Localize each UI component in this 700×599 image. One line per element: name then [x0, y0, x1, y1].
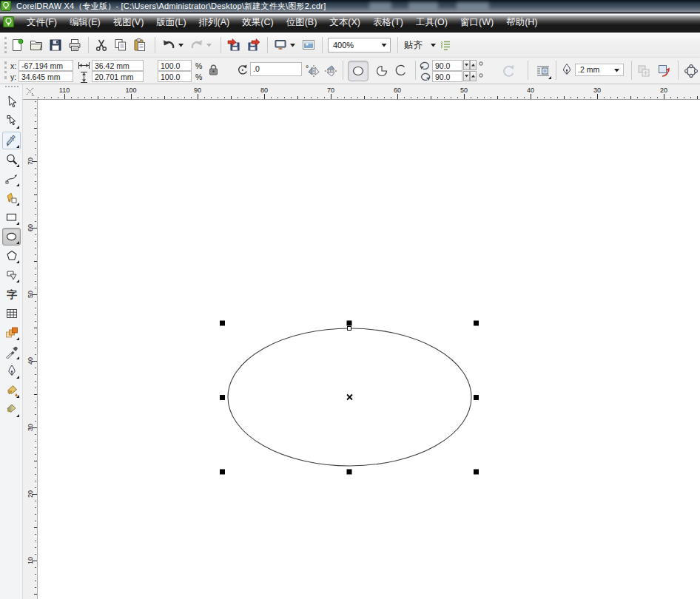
redo-button[interactable] — [188, 36, 206, 54]
export-button[interactable] — [245, 36, 263, 54]
snap-button[interactable]: 贴齐 — [404, 39, 423, 52]
arc-start-spin-up[interactable] — [470, 60, 477, 70]
scale-h-field[interactable]: 100.0 — [158, 60, 192, 71]
arc-end-field[interactable]: 90.0 — [432, 71, 462, 82]
selected-ellipse[interactable] — [38, 100, 700, 599]
table-tool[interactable] — [2, 305, 21, 322]
outline-width-arrow-icon[interactable] — [614, 69, 619, 72]
undo-button[interactable] — [160, 36, 178, 54]
menu-item-5[interactable]: 排列(A) — [199, 16, 230, 29]
selection-handle[interactable] — [474, 321, 479, 326]
application-launcher-dropdown[interactable] — [288, 36, 297, 54]
vertical-ruler[interactable]: 70605040302010 — [23, 100, 38, 599]
canvas[interactable] — [38, 100, 700, 599]
change-direction-button — [500, 63, 518, 81]
arc-end-spin-up[interactable] — [470, 71, 477, 81]
rectangle-tool[interactable] — [2, 209, 21, 226]
eyedropper-tool[interactable] — [2, 343, 21, 361]
selection-handle[interactable] — [347, 470, 352, 475]
fill-tool[interactable] — [2, 382, 21, 399]
zoom-combo-arrow-icon[interactable] — [381, 44, 387, 47]
zoom-level-combo[interactable]: 400% — [328, 38, 391, 53]
freehand-tool[interactable] — [2, 170, 21, 188]
scale-lock-icon[interactable] — [209, 64, 218, 75]
outline-pen-tool[interactable] — [2, 362, 21, 380]
arc-end-spin-down[interactable] — [463, 71, 470, 81]
ruler-origin-corner[interactable] — [23, 84, 38, 100]
mirror-vertical-button[interactable] — [323, 64, 338, 78]
redo-dropdown[interactable] — [204, 36, 213, 54]
shape-tool[interactable] — [2, 112, 21, 130]
toolbar-grip[interactable] — [4, 37, 7, 53]
menu-item-10[interactable]: 工具(O) — [416, 16, 448, 29]
ellipse-mode-button[interactable] — [348, 61, 368, 81]
pie-mode-button[interactable] — [373, 62, 391, 80]
selection-handle[interactable] — [474, 395, 479, 400]
scale-v-field[interactable]: 100.0 — [158, 71, 192, 82]
zoom-tool[interactable] — [2, 151, 21, 169]
menu-item-1[interactable]: 文件(F) — [27, 16, 57, 29]
pick-tool[interactable] — [2, 93, 21, 111]
quick-customize-button[interactable] — [682, 62, 700, 80]
menu-item-7[interactable]: 位图(B) — [286, 16, 317, 29]
arc-start-spin-down[interactable] — [463, 60, 470, 70]
selection-center-marker[interactable] — [347, 395, 352, 400]
selection-handle[interactable] — [220, 395, 225, 400]
interactive-fill-tool[interactable] — [2, 401, 21, 419]
save-button[interactable] — [47, 36, 64, 54]
mirror-horizontal-button[interactable] — [306, 64, 321, 78]
v-ruler-tick — [35, 501, 36, 501]
h-ruler-label: 80 — [260, 87, 268, 94]
zoom-flyout-indicator — [16, 164, 19, 167]
crop-tool[interactable] — [2, 132, 21, 149]
application-launcher-button[interactable] — [272, 36, 289, 54]
polygon-tool[interactable] — [2, 247, 21, 265]
menu-item-11[interactable]: 窗口(W) — [460, 16, 494, 29]
menu-item-8[interactable]: 文本(X) — [329, 16, 360, 29]
selection-handle[interactable] — [220, 470, 225, 475]
v-ruler-tick — [35, 221, 36, 222]
menu-item-4[interactable]: 版面(L) — [156, 16, 186, 29]
selection-handle[interactable] — [220, 321, 225, 326]
v-ruler-tick — [35, 474, 36, 475]
position-y-field[interactable]: 34.645 mm — [18, 71, 73, 82]
welcome-screen-button[interactable] — [300, 36, 317, 54]
ellipse-node[interactable] — [348, 327, 351, 331]
h-ruler-tick — [457, 97, 458, 98]
menu-item-12[interactable]: 帮助(H) — [506, 16, 537, 29]
h-ruler-tick — [131, 94, 132, 99]
options-button[interactable] — [437, 36, 454, 54]
paste-button[interactable] — [131, 36, 149, 54]
rotation-angle-field[interactable]: .0 — [250, 62, 302, 76]
open-button[interactable] — [27, 36, 45, 54]
propbar-grip[interactable] — [4, 61, 7, 79]
new-button[interactable] — [8, 36, 26, 54]
arc-start-field[interactable]: 90.0 — [432, 60, 462, 71]
h-ruler-tick — [451, 97, 451, 98]
object-width-field[interactable]: 36.42 mm — [92, 60, 144, 71]
ellipse-tool[interactable] — [2, 228, 21, 246]
position-x-field[interactable]: -67.194 mm — [18, 60, 73, 71]
copy-button[interactable] — [112, 36, 129, 54]
blend-tool[interactable] — [2, 324, 21, 342]
horizontal-ruler[interactable]: 1101009080706050403020 — [38, 84, 700, 100]
print-button[interactable] — [66, 36, 84, 54]
menu-item-9[interactable]: 表格(T) — [373, 16, 403, 29]
import-button[interactable] — [225, 36, 243, 54]
selection-handle[interactable] — [474, 470, 479, 475]
undo-dropdown[interactable] — [176, 36, 185, 54]
menu-item-6[interactable]: 效果(C) — [242, 16, 273, 29]
text-tool[interactable]: 字 — [2, 285, 21, 303]
outline-width-combo[interactable]: .2 mm — [575, 64, 624, 76]
smart-fill-tool[interactable] — [2, 189, 21, 207]
toolbox-grip[interactable] — [5, 86, 18, 88]
selection-handle[interactable] — [347, 321, 352, 326]
object-height-field[interactable]: 20.701 mm — [92, 71, 144, 82]
menu-item-2[interactable]: 编辑(E) — [70, 16, 101, 29]
arc-mode-button[interactable] — [392, 62, 410, 80]
convert-to-curves-button[interactable] — [656, 62, 673, 80]
basic-shapes-tool[interactable] — [2, 266, 21, 284]
menu-item-3[interactable]: 视图(V) — [113, 16, 144, 29]
text-wrap-button[interactable] — [534, 62, 552, 80]
cut-button[interactable] — [92, 36, 110, 54]
